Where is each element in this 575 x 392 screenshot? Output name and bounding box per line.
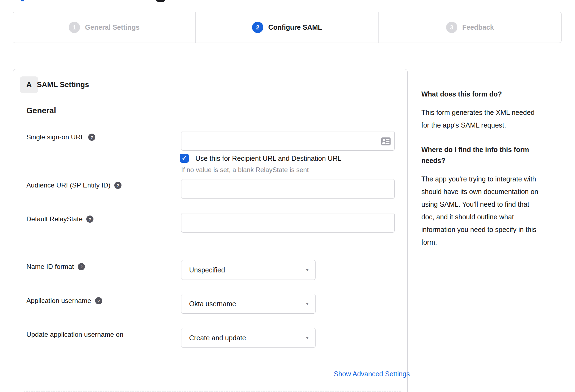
step-general-settings[interactable]: 1 General Settings bbox=[13, 12, 195, 43]
app-username-value: Okta username bbox=[181, 300, 236, 308]
help-sidebar: What does this form do? This form genera… bbox=[421, 89, 562, 249]
name-id-format-select[interactable]: Unspecified ▼ bbox=[181, 260, 316, 280]
step-label: Configure SAML bbox=[268, 23, 322, 31]
chevron-down-icon: ▼ bbox=[305, 268, 309, 272]
help-paragraph-where: The app you're trying to integrate with … bbox=[421, 173, 562, 249]
step-number-badge: 1 bbox=[69, 22, 80, 33]
recipient-url-checkbox-label: Use this for Recipient URL and Destinati… bbox=[195, 154, 341, 162]
update-username-select[interactable]: Create and update ▼ bbox=[181, 328, 316, 348]
app-username-label: Application username ? bbox=[26, 297, 102, 305]
panel-title: SAML Settings bbox=[37, 81, 89, 89]
step-label: General Settings bbox=[85, 23, 140, 31]
recipient-url-checkbox[interactable]: ✓ bbox=[180, 154, 189, 163]
name-id-format-label-text: Name ID format bbox=[26, 263, 74, 270]
section-divider bbox=[24, 391, 401, 391]
relay-state-help-icon[interactable]: ? bbox=[86, 216, 93, 223]
configure-saml-page: { "stepper": { "steps": [ {"number": "1"… bbox=[0, 0, 575, 392]
saml-settings-panel: A SAML Settings General Single sign-on U… bbox=[13, 69, 408, 392]
help-paragraph-what: This form generates the XML needed for t… bbox=[421, 106, 562, 131]
name-id-format-value: Unspecified bbox=[181, 266, 225, 274]
wizard-stepper: 1 General Settings 2 Configure SAML 3 Fe… bbox=[13, 12, 562, 43]
audience-uri-label-text: Audience URI (SP Entity ID) bbox=[26, 181, 110, 189]
step-feedback[interactable]: 3 Feedback bbox=[378, 12, 561, 43]
sso-url-label-text: Single sign-on URL bbox=[26, 133, 84, 141]
contact-card-icon[interactable] bbox=[381, 137, 391, 145]
step-configure-saml[interactable]: 2 Configure SAML bbox=[195, 12, 378, 43]
app-username-label-text: Application username bbox=[26, 297, 91, 305]
app-username-select[interactable]: Okta username ▼ bbox=[181, 294, 316, 314]
relay-state-label-text: Default RelayState bbox=[26, 215, 82, 223]
help-heading-where: Where do I find the info this form needs… bbox=[421, 144, 562, 166]
chevron-down-icon: ▼ bbox=[305, 336, 309, 340]
chevron-down-icon: ▼ bbox=[305, 302, 309, 306]
general-section-heading: General bbox=[26, 106, 56, 115]
audience-uri-label: Audience URI (SP Entity ID) ? bbox=[26, 181, 121, 189]
update-username-value: Create and update bbox=[181, 334, 246, 342]
name-id-format-label: Name ID format ? bbox=[26, 263, 85, 270]
relay-state-helper-text: If no value is set, a blank RelayState i… bbox=[181, 166, 309, 174]
sso-url-help-icon[interactable]: ? bbox=[88, 134, 95, 141]
relay-state-label: Default RelayState ? bbox=[26, 215, 93, 223]
relay-state-input[interactable] bbox=[181, 213, 395, 233]
app-username-help-icon[interactable]: ? bbox=[95, 297, 102, 304]
step-number-badge: 2 bbox=[252, 22, 263, 33]
show-advanced-settings-link[interactable]: Show Advanced Settings bbox=[181, 370, 410, 378]
update-username-label: Update application username on bbox=[26, 331, 123, 338]
sso-url-input[interactable] bbox=[181, 131, 395, 151]
audience-uri-help-icon[interactable]: ? bbox=[114, 182, 121, 189]
section-a-badge: A bbox=[20, 76, 38, 93]
name-id-format-help-icon[interactable]: ? bbox=[78, 263, 85, 270]
step-number-badge: 3 bbox=[446, 22, 457, 33]
cropped-tab-indicator-fragment bbox=[21, 0, 24, 1]
cropped-app-icon-fragment bbox=[156, 0, 165, 2]
help-heading-what: What does this form do? bbox=[421, 89, 562, 100]
audience-uri-input[interactable] bbox=[181, 179, 395, 199]
step-label: Feedback bbox=[462, 23, 494, 31]
update-username-label-text: Update application username on bbox=[26, 331, 123, 338]
sso-url-label: Single sign-on URL ? bbox=[26, 133, 95, 141]
